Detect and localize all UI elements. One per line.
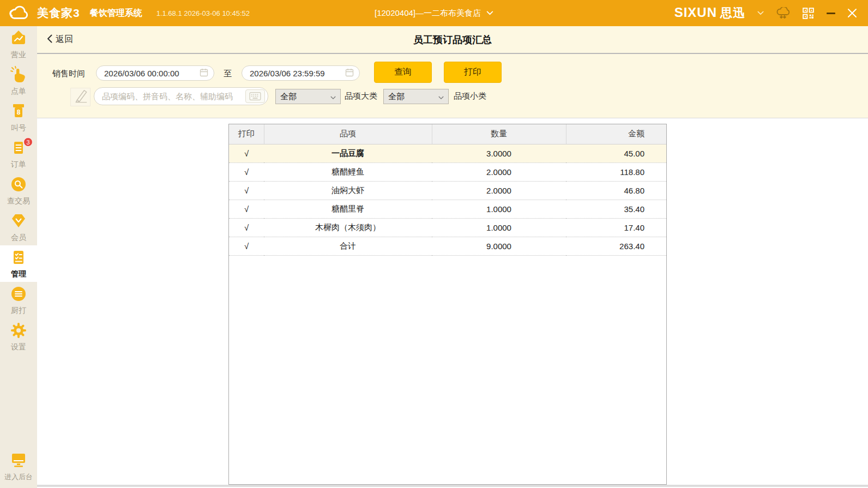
sidebar-item-transactions[interactable]: 查交易 bbox=[0, 172, 37, 209]
minimize-icon[interactable] bbox=[827, 13, 835, 14]
back-button[interactable]: 返回 bbox=[47, 34, 73, 45]
cell-amount: 263.40 bbox=[566, 237, 666, 255]
sidebar-item-label: 管理 bbox=[11, 269, 26, 279]
handwrite-button[interactable] bbox=[70, 88, 91, 106]
cell-item: 一品豆腐 bbox=[264, 144, 432, 162]
date-to-value: 2026/03/06 23:59:59 bbox=[250, 69, 325, 78]
major-category-select[interactable]: 全部 bbox=[275, 89, 341, 104]
sidebar-item-orders[interactable]: 3 订单 bbox=[0, 136, 37, 172]
sidebar-item-label: 营业 bbox=[11, 50, 26, 60]
svg-text:8: 8 bbox=[17, 109, 21, 116]
horizontal-scrollbar[interactable] bbox=[37, 485, 868, 487]
calendar-icon bbox=[200, 68, 208, 79]
date-from-value: 2026/03/06 00:00:00 bbox=[104, 69, 179, 78]
cell-item: 油焖大虾 bbox=[264, 181, 432, 200]
cell-print: √ bbox=[229, 181, 264, 200]
brand-cn: 思迅 bbox=[720, 5, 745, 21]
item-search-box bbox=[94, 87, 268, 105]
search-circle-icon bbox=[10, 176, 27, 195]
filter-area: 销售时间 2026/03/06 00:00:00 至 2026/03/06 23… bbox=[37, 54, 868, 118]
sidebar-item-members[interactable]: 会员 bbox=[0, 209, 37, 245]
cell-qty: 1.0000 bbox=[432, 218, 566, 237]
system-name: 餐饮管理系统 bbox=[90, 8, 142, 19]
item-search-input[interactable] bbox=[102, 92, 245, 101]
sidebar-item-label: 会员 bbox=[11, 233, 26, 243]
table-row[interactable]: √木樨肉（木须肉）1.000017.40 bbox=[229, 218, 666, 237]
sidebar-item-backend[interactable]: 进入后台 bbox=[0, 445, 37, 488]
sale-time-label: 销售时间 bbox=[52, 69, 85, 79]
sidebar-item-label: 点单 bbox=[11, 87, 26, 97]
chevron-left-icon bbox=[47, 34, 52, 45]
sidebar-item-label: 查交易 bbox=[7, 196, 30, 206]
table-row[interactable]: √合计9.0000263.40 bbox=[229, 237, 666, 255]
chevron-down-icon bbox=[438, 92, 444, 101]
sidebar-item-call-number[interactable]: 8 叫号 bbox=[0, 99, 37, 136]
cell-qty: 2.0000 bbox=[432, 181, 566, 200]
table-row[interactable]: √一品豆腐3.000045.00 bbox=[229, 144, 666, 162]
sidebar-item-management[interactable]: 管理 bbox=[0, 245, 37, 282]
checklist-icon bbox=[10, 249, 27, 268]
table-row[interactable]: √糖醋里脊1.000035.40 bbox=[229, 200, 666, 218]
summary-table: 打印 品项 数量 金额 √一品豆腐3.000045.00√糖醋鲤鱼2.00001… bbox=[229, 124, 666, 256]
cell-qty: 3.0000 bbox=[432, 144, 566, 162]
cell-item: 糖醋里脊 bbox=[264, 200, 432, 218]
to-label: 至 bbox=[224, 69, 232, 79]
sidebar-item-settings[interactable]: 设置 bbox=[0, 318, 37, 355]
business-icon bbox=[10, 29, 27, 49]
date-to-input[interactable]: 2026/03/06 23:59:59 bbox=[242, 65, 360, 81]
kitchen-print-icon bbox=[10, 285, 27, 305]
sidebar-item-label: 设置 bbox=[11, 342, 26, 352]
brand-logo: SIXUN思迅 bbox=[674, 5, 745, 21]
table-row[interactable]: √糖醋鲤鱼2.0000118.80 bbox=[229, 162, 666, 181]
cell-amount: 46.80 bbox=[566, 181, 666, 200]
cell-amount: 45.00 bbox=[566, 144, 666, 162]
version-info: 1.1.68.1 2026-03-06 10:45:52 bbox=[156, 9, 250, 17]
column-header-qty[interactable]: 数量 bbox=[432, 124, 566, 144]
table-body: √一品豆腐3.000045.00√糖醋鲤鱼2.0000118.80√油焖大虾2.… bbox=[229, 144, 666, 255]
cell-amount: 35.40 bbox=[566, 200, 666, 218]
close-icon[interactable] bbox=[847, 8, 857, 18]
back-label: 返回 bbox=[56, 34, 73, 45]
page-title: 员工预订品项汇总 bbox=[37, 33, 868, 46]
column-header-item[interactable]: 品项 bbox=[264, 124, 432, 144]
minor-category-select[interactable]: 全部 bbox=[383, 89, 449, 104]
sidebar: 营业 点单 8 叫号 3 订单 bbox=[0, 26, 37, 488]
table-row[interactable]: √油焖大虾2.000046.80 bbox=[229, 181, 666, 200]
hand-click-icon bbox=[10, 66, 27, 86]
cell-print: √ bbox=[229, 237, 264, 255]
sidebar-item-business[interactable]: 营业 bbox=[0, 26, 37, 63]
qr-code-icon[interactable] bbox=[802, 7, 815, 20]
calendar-icon bbox=[345, 68, 354, 79]
date-from-input[interactable]: 2026/03/06 00:00:00 bbox=[96, 65, 214, 81]
cloud-logo-icon bbox=[8, 5, 31, 21]
query-button[interactable]: 查询 bbox=[374, 62, 432, 83]
keyboard-button[interactable] bbox=[245, 89, 265, 103]
column-header-print[interactable]: 打印 bbox=[229, 124, 264, 144]
page-header: 员工预订品项汇总 返回 bbox=[37, 26, 868, 53]
pen-icon bbox=[73, 89, 88, 105]
topbar: 美食家3 餐饮管理系统 1.1.68.1 2026-03-06 10:45:52… bbox=[0, 0, 868, 26]
print-button[interactable]: 打印 bbox=[444, 62, 502, 83]
cell-amount: 17.40 bbox=[566, 218, 666, 237]
cell-print: √ bbox=[229, 218, 264, 237]
store-switcher[interactable]: [12020404]—一二布布美食店 bbox=[375, 8, 493, 19]
cloud-sync-icon[interactable] bbox=[776, 7, 790, 19]
minor-category-label: 品项小类 bbox=[454, 91, 486, 101]
sidebar-item-kitchen-print[interactable]: 厨打 bbox=[0, 282, 37, 318]
minor-category-value: 全部 bbox=[388, 92, 405, 102]
sidebar-spacer bbox=[0, 355, 37, 445]
cell-qty: 1.0000 bbox=[432, 200, 566, 218]
column-header-amount[interactable]: 金额 bbox=[566, 124, 666, 144]
cell-print: √ bbox=[229, 144, 264, 162]
topbar-actions: SIXUN思迅 bbox=[674, 5, 868, 21]
cell-qty: 2.0000 bbox=[432, 162, 566, 181]
sidebar-footer-label: 进入后台 bbox=[4, 472, 33, 482]
summary-table-panel: 打印 品项 数量 金额 √一品豆腐3.000045.00√糖醋鲤鱼2.00001… bbox=[228, 124, 667, 485]
cell-item: 糖醋鲤鱼 bbox=[264, 162, 432, 181]
store-name: [12020404]—一二布布美食店 bbox=[375, 8, 481, 19]
sidebar-item-order[interactable]: 点单 bbox=[0, 63, 37, 99]
cell-print: √ bbox=[229, 162, 264, 181]
sidebar-item-label: 订单 bbox=[11, 160, 26, 170]
content-area: 打印 品项 数量 金额 √一品豆腐3.000045.00√糖醋鲤鱼2.00001… bbox=[37, 118, 868, 488]
brand-chevron-down-icon[interactable] bbox=[757, 11, 764, 15]
